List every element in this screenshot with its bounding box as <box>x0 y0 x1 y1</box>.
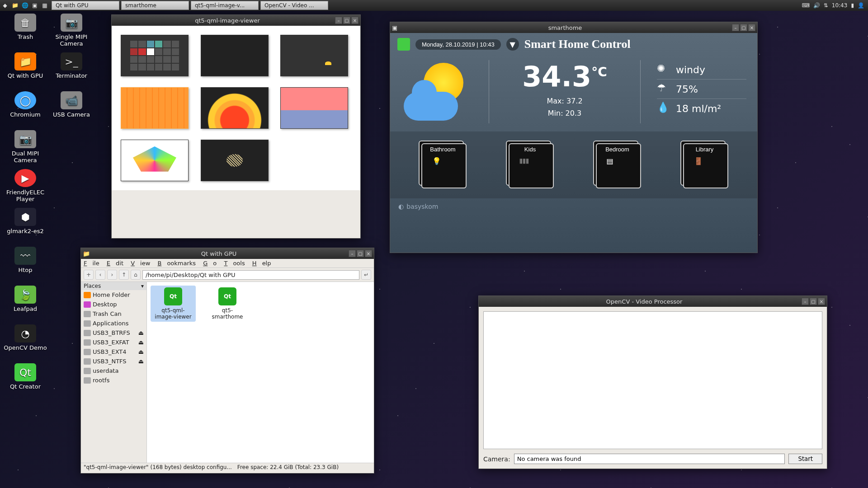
place-usb-ext4[interactable]: USB3_EXT4⏏ <box>81 347 146 357</box>
window-opencv: OpenCV - Video Processor – ▢ × Camera: S… <box>478 296 827 469</box>
thumbnail[interactable] <box>201 140 269 181</box>
browser-launcher-icon[interactable]: 🌐 <box>20 0 30 10</box>
place-usb-exfat[interactable]: USB3_EXFAT⏏ <box>81 338 146 347</box>
thumbnail[interactable] <box>201 35 269 76</box>
thumbnail[interactable] <box>121 35 189 76</box>
eject-icon[interactable]: ⏏ <box>138 358 144 365</box>
new-tab-button[interactable]: + <box>84 270 94 280</box>
thumbnail[interactable] <box>201 87 269 129</box>
desktop-icon-terminator[interactable]: >_Terminator <box>50 52 93 89</box>
titlebar[interactable]: 📁 Qt with GPU – ▢ × <box>81 248 374 259</box>
terminal-launcher-icon[interactable]: ▣ <box>30 0 40 10</box>
go-button[interactable]: ↵ <box>361 270 371 280</box>
place-usb-ntfs[interactable]: USB3_NTFS⏏ <box>81 357 146 366</box>
titlebar[interactable]: ▣ smarthome – ▢ × <box>390 22 757 33</box>
dropdown-icon[interactable]: ▼ <box>506 38 519 51</box>
file-item-smarthome[interactable]: Qtqt5-smarthome <box>205 286 250 322</box>
temp-max: Max: 37.2 <box>501 97 628 105</box>
eject-icon[interactable]: ⏏ <box>138 339 144 346</box>
place-applications[interactable]: Applications <box>81 319 146 328</box>
window-title: OpenCV - Video Processor <box>488 298 801 305</box>
keyboard-indicator-icon[interactable]: ⌨ <box>802 2 809 9</box>
desktop-icon-single-mipi[interactable]: 📷Single MIPI Camera <box>50 14 93 50</box>
files-launcher-icon[interactable]: 📁 <box>10 0 20 10</box>
qt-icon: Qt <box>218 287 236 305</box>
maximize-button[interactable]: ▢ <box>357 250 364 257</box>
close-button[interactable]: × <box>818 298 825 305</box>
thumbnail[interactable] <box>121 87 189 129</box>
room-kids[interactable]: Kids⦀⦀⦀ <box>503 138 557 192</box>
eject-icon[interactable]: ⏏ <box>138 348 144 355</box>
minimize-button[interactable]: – <box>349 250 356 257</box>
desktop-icon-glmark2[interactable]: ⬢glmark2-es2 <box>4 208 47 244</box>
menu-view[interactable]: View <box>131 260 150 267</box>
start-button[interactable]: Start <box>788 454 822 464</box>
room-bathroom[interactable]: Bathroom💡 <box>416 138 470 192</box>
taskbar-task-viewer[interactable]: qt5-qml-image-v... <box>191 1 259 10</box>
network-icon[interactable]: ⇅ <box>824 2 828 9</box>
thumbnail[interactable] <box>280 35 348 76</box>
desktop-icon-opencv-demo[interactable]: ◔OpenCV Demo <box>4 324 47 361</box>
camera-input[interactable] <box>514 454 785 464</box>
titlebar[interactable]: OpenCV - Video Processor – ▢ × <box>479 296 827 307</box>
battery-icon[interactable]: ▮ <box>851 2 854 9</box>
nav-back-button[interactable]: ‹ <box>95 270 105 280</box>
menu-go[interactable]: Go <box>203 260 217 267</box>
close-button[interactable]: × <box>365 250 372 257</box>
nav-up-button[interactable]: ↑ <box>119 270 129 280</box>
place-label: Applications <box>93 320 128 327</box>
taskbar-task-opencv[interactable]: OpenCV - Video ... <box>260 1 328 10</box>
maximize-button[interactable]: ▢ <box>343 17 350 24</box>
taskbar-task-qt[interactable]: Qt with GPU <box>52 1 119 10</box>
app-menu-icon[interactable]: ◆ <box>0 0 10 10</box>
window-title: Qt with GPU <box>90 250 348 257</box>
user-icon[interactable]: 👤 <box>858 2 864 9</box>
maximize-button[interactable]: ▢ <box>810 298 817 305</box>
room-bedroom[interactable]: Bedroom▤ <box>590 138 645 192</box>
menu-help[interactable]: Help <box>252 260 271 267</box>
desktop-icon-qt-gpu[interactable]: 📁Qt with GPU <box>4 52 47 89</box>
room-library[interactable]: Library🚪 <box>678 138 732 192</box>
minimize-button[interactable]: – <box>732 24 739 31</box>
desktop-icon-usb-camera[interactable]: 📹USB Camera <box>50 91 93 127</box>
menu-file[interactable]: File <box>84 260 99 267</box>
webcam-icon: 📹 <box>61 91 82 109</box>
desktop-icon-qtcreator[interactable]: QtQt Creator <box>4 363 47 399</box>
menu-tools[interactable]: Tools <box>224 260 245 267</box>
taskbar-task-smarthome[interactable]: smarthome <box>121 1 189 10</box>
path-input[interactable] <box>142 270 359 280</box>
minimize-button[interactable]: – <box>802 298 809 305</box>
nav-forward-button[interactable]: › <box>107 270 117 280</box>
desktop-icon-trash[interactable]: 🗑Trash <box>4 14 47 50</box>
eject-icon[interactable]: ⏏ <box>138 329 144 336</box>
place-trash[interactable]: Trash Can <box>81 309 146 319</box>
place-userdata[interactable]: userdata <box>81 366 146 375</box>
desktop-icon-dual-mipi[interactable]: 📷Dual MIPI Camera <box>4 130 47 166</box>
nav-home-button[interactable]: ⌂ <box>131 270 141 280</box>
place-desktop[interactable]: Desktop <box>81 300 146 309</box>
desktop-icon-leafpad[interactable]: 🍃Leafpad <box>4 286 47 322</box>
qt-icon <box>397 38 410 51</box>
desktop-icon-player[interactable]: ▶FriendlyELEC Player <box>4 169 47 205</box>
minimize-button[interactable]: – <box>335 17 342 24</box>
maximize-button[interactable]: ▢ <box>740 24 747 31</box>
desktop-icon-htop[interactable]: 〰Htop <box>4 247 47 283</box>
place-usb-btrfs[interactable]: USB3_BTRFS⏏ <box>81 328 146 338</box>
chevron-down-icon[interactable]: ▾ <box>141 283 144 289</box>
file-item-viewer[interactable]: Qtqt5-qml-image-viewer <box>151 286 196 322</box>
workspace-switcher-icon[interactable]: ▦ <box>40 0 50 10</box>
thumbnail[interactable] <box>280 87 348 129</box>
desktop-icon-chromium[interactable]: ◯Chromium <box>4 91 47 127</box>
place-home[interactable]: Home Folder <box>81 290 146 300</box>
thumbnail[interactable] <box>121 140 189 181</box>
menu-bookmarks[interactable]: Bookmarks <box>157 260 196 267</box>
volume-icon[interactable]: 🔊 <box>813 2 820 9</box>
menu-edit[interactable]: Edit <box>107 260 123 267</box>
clock[interactable]: 10:43 <box>832 2 848 9</box>
close-button[interactable]: × <box>351 17 359 24</box>
file-pane[interactable]: Qtqt5-qml-image-viewer Qtqt5-smarthome <box>147 282 374 463</box>
place-rootfs[interactable]: rootfs <box>81 375 146 385</box>
close-button[interactable]: × <box>748 24 755 31</box>
company-logo-icon: ◐ <box>398 203 404 210</box>
titlebar[interactable]: qt5-qml-image-viewer – ▢ × <box>112 15 360 26</box>
